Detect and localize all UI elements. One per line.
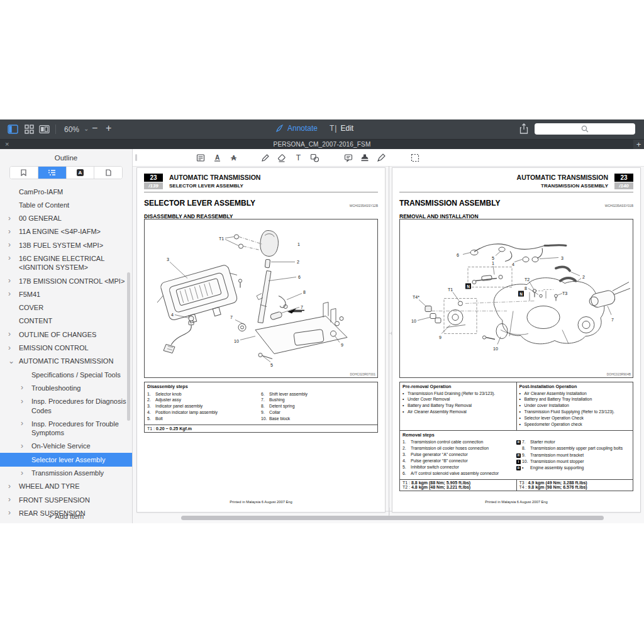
chevron-icon[interactable]: › (8, 482, 11, 492)
chevron-icon[interactable]: › (8, 227, 11, 237)
zoom-out-button[interactable]: − (92, 123, 97, 134)
outline-item-label: Table of Content (19, 201, 69, 209)
removal-steps-title: Removal steps (402, 432, 630, 438)
pencil-tool-icon[interactable] (257, 153, 274, 162)
add-item-button[interactable]: +Add Item (0, 513, 132, 520)
outline-item[interactable]: › 16C ENGINE ELECTRICAL <IGNITION SYSTEM… (0, 252, 132, 274)
outline-item[interactable]: › EMISSION CONTROL (0, 341, 132, 355)
outline-item[interactable]: › FRONT SUSPENSION (0, 493, 132, 506)
outline-item[interactable]: › On-Vehicle Service (0, 440, 132, 453)
chevron-icon[interactable]: › (8, 495, 11, 505)
search-input[interactable] (535, 123, 635, 135)
chevron-icon[interactable]: › (8, 240, 11, 250)
shapes-tool-icon[interactable] (306, 153, 323, 162)
chevron-icon[interactable]: › (8, 214, 11, 224)
outline-item[interactable]: Table of Content (0, 198, 132, 211)
note-tool-icon[interactable] (340, 153, 357, 162)
outline-item[interactable]: › F5M41 (0, 287, 132, 301)
callout-label: 1 (492, 261, 494, 265)
outline-item[interactable]: Selector lever Assembly (0, 453, 132, 466)
step-item: 4.Pulse generator “B” connector (402, 458, 516, 464)
steps-column-1: 1.Selector knob2.Adjuster assy3.Indicato… (147, 391, 261, 423)
step-number: 8. (261, 404, 269, 409)
callout-label: T1 (219, 236, 224, 241)
chevron-icon[interactable]: › (8, 276, 11, 286)
outline-item[interactable]: › 00 GENERAL (0, 212, 132, 225)
chevron-icon[interactable]: › (21, 469, 23, 479)
zoom-in-button[interactable]: + (106, 123, 111, 134)
outline-item[interactable]: Specifications / Special Tools (0, 368, 132, 381)
stamp-tool-icon[interactable] (357, 153, 373, 162)
torque-value: 0.20 ~ 0.25 Kgf.m (156, 426, 192, 431)
chevron-icon[interactable]: › (8, 343, 11, 353)
chevron-icon[interactable]: › (8, 253, 11, 264)
edit-label: Edit (340, 124, 353, 133)
bullet-text: Battery and Battery Tray Removal (408, 403, 472, 408)
outline-item[interactable]: CamPro-IAFM (0, 185, 132, 198)
callout-label: 5 (270, 363, 273, 367)
outline-item[interactable]: › WHEEL AND TYRE (0, 480, 132, 493)
strikethrough-tool-icon[interactable]: A (225, 153, 242, 162)
chevron-icon[interactable]: › (8, 522, 11, 523)
outline-item-label: 17B EMISSION CONTROL <MPI> (19, 277, 125, 285)
page-canvas[interactable]: 23 /139 AUTOMATIC TRANSMISSION SELECTOR … (133, 166, 644, 523)
tab-outline[interactable] (38, 167, 67, 179)
sidebar-toggle-icon[interactable] (8, 124, 18, 135)
share-button[interactable] (519, 123, 528, 137)
text-tool-icon[interactable]: T (290, 153, 306, 162)
outline-item[interactable]: › 17B EMISSION CONTROL <MPI> (0, 274, 132, 287)
outline-item[interactable]: › SERVICE BRAKE (0, 520, 132, 523)
page-divider (389, 166, 389, 517)
callout-label: 4 (171, 313, 174, 317)
tab-bookmarks[interactable] (10, 167, 38, 179)
thumbnails-view-icon[interactable] (24, 124, 35, 135)
signature-tool-icon[interactable] (373, 153, 389, 162)
step-text: Starter motor (530, 440, 555, 445)
outline-item[interactable]: COVER (0, 301, 132, 314)
chevron-icon[interactable]: › (8, 289, 11, 299)
tab-annotations[interactable]: A (67, 167, 95, 179)
two-page-view-icon[interactable] (39, 124, 50, 135)
chevron-icon[interactable]: › (21, 441, 23, 452)
outline-item[interactable]: › Troubleshooting (0, 381, 132, 394)
outline-list: CamPro-IAFM Table of Content › 00 GENERA… (0, 185, 132, 523)
chevron-icon[interactable]: › (8, 330, 11, 340)
eraser-tool-icon[interactable] (274, 153, 290, 162)
outline-item[interactable]: › 11A ENGINE <S4P-IAFM> (0, 225, 132, 238)
page-number-badge: /139 (144, 182, 163, 189)
edit-mode-button[interactable]: T| Edit (330, 124, 353, 133)
bullet-text: Speedometer Operation check (525, 422, 582, 427)
outline-item[interactable]: › OUTLINE OF CHANGES (0, 328, 132, 341)
zoom-level[interactable]: 60% (64, 125, 79, 134)
highlight-tool-icon[interactable] (192, 153, 209, 162)
select-marquee-icon[interactable] (407, 153, 423, 162)
outline-item[interactable]: › Insp. Procedures for Trouble Symptoms (0, 417, 132, 440)
selector-lever-diagram: T1 1 2 3 6 8 7 7 4 10 9 (145, 219, 377, 377)
sidebar-scrollbar[interactable] (127, 272, 130, 421)
outline-item[interactable]: › Transmission Assembly (0, 467, 132, 480)
zoom-chevron-down-icon[interactable]: ⌄ (84, 125, 89, 132)
bullet-item: •Air Cleaner Assembly Removal (402, 409, 514, 414)
annotate-mode-button[interactable]: Annotate (275, 124, 318, 133)
outline-item[interactable]: › Insp. Procedures for Diagnosis Codes (0, 395, 132, 418)
outline-item-label: FRONT SUSPENSION (19, 496, 90, 504)
chevron-icon[interactable]: › (21, 383, 23, 393)
chevron-icon[interactable]: › (21, 419, 23, 429)
bullet-text: Under Cover Removal (408, 397, 450, 402)
section-code: WCH0235ASSY12B (350, 204, 378, 208)
toolbar-drag-handle[interactable] (135, 154, 137, 161)
page-number-badge: /140 (614, 182, 633, 189)
tab-pages[interactable] (94, 167, 122, 179)
callout-label: T1 (448, 287, 453, 292)
chevron-icon[interactable]: › (21, 397, 23, 407)
outline-list-icon (48, 170, 55, 175)
outline-item[interactable]: ⌄ AUTOMATIC TRANSMISSION (0, 355, 132, 368)
step-number: 8. (522, 446, 530, 452)
horizontal-scrollbar[interactable] (181, 516, 604, 520)
outline-item[interactable]: › 13B FUEL SYSTEM <MPI> (0, 238, 132, 252)
step-item: I10.Transmission mount stopper (516, 459, 630, 464)
outline-item[interactable]: CONTENT (0, 314, 132, 328)
underline-tool-icon[interactable]: A (209, 153, 225, 162)
document-tab-title[interactable]: PERSONA_CM_2007-2016_FSM (0, 141, 644, 148)
chevron-icon[interactable]: ⌄ (8, 357, 14, 367)
